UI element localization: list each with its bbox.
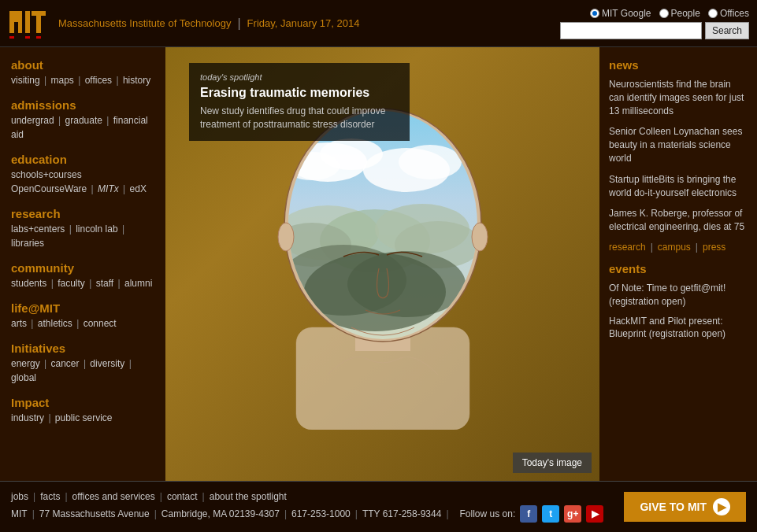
footer-link-offices[interactable]: offices and services	[72, 491, 155, 502]
nav-impact-links: industry | public service	[11, 411, 154, 425]
nav-community: community students | faculty | staff | a…	[11, 261, 154, 290]
nav-link-students[interactable]: students	[11, 278, 46, 289]
svg-rect-3	[18, 11, 22, 33]
site-footer: jobs | facts | offices and services | co…	[0, 481, 757, 532]
nav-initiatives: Initiatives energy | cancer | diversity …	[11, 342, 154, 385]
news-sub-links: research | campus | press	[609, 242, 748, 253]
nav-initiatives-title[interactable]: Initiatives	[11, 342, 154, 355]
nav-link-cancer[interactable]: cancer	[51, 358, 80, 369]
nav-link-energy[interactable]: energy	[11, 358, 40, 369]
nav-link-offices[interactable]: offices	[85, 75, 112, 86]
give-to-mit-button[interactable]: GIVE TO MIT ▶	[624, 492, 746, 522]
search-input[interactable]	[560, 22, 702, 39]
nav-initiatives-links: energy | cancer | diversity | global	[11, 357, 154, 385]
todays-image-button[interactable]: Today's image	[513, 453, 592, 473]
nav-education: education schools+courses OpenCourseWare…	[11, 153, 154, 196]
right-sidebar: news Neuroscientists find the brain can …	[599, 47, 757, 481]
news-link-research[interactable]: research	[609, 242, 646, 253]
nav-link-lincoln-lab[interactable]: lincoln lab	[76, 224, 117, 235]
nav-link-graduate[interactable]: graduate	[65, 115, 102, 126]
mit-logo[interactable]	[8, 8, 49, 39]
nav-about: about visiting | maps | offices | histor…	[11, 58, 154, 87]
news-item-1[interactable]: Neuroscientists find the brain can ident…	[609, 78, 748, 117]
nav-impact-title[interactable]: Impact	[11, 396, 154, 409]
nav-research-title[interactable]: research	[11, 207, 154, 220]
give-button-label: GIVE TO MIT	[640, 501, 707, 513]
nav-life: life@MIT arts | athletics | connect	[11, 301, 154, 331]
svg-rect-6	[36, 16, 41, 33]
facebook-icon[interactable]: f	[520, 505, 537, 523]
give-arrow-icon: ▶	[713, 498, 730, 515]
nav-link-global[interactable]: global	[11, 372, 36, 383]
radio-mit-google[interactable]: MIT Google	[590, 8, 651, 19]
radio-offices[interactable]: Offices	[708, 8, 749, 19]
footer-address: 77 Massachusetts Avenue	[39, 508, 150, 519]
nav-link-schools-courses[interactable]: schools+courses	[11, 169, 82, 180]
footer-mit: MIT	[11, 508, 28, 519]
nav-link-faculty[interactable]: faculty	[58, 278, 85, 289]
spotlight-box[interactable]: today's spotlight Erasing traumatic memo…	[189, 63, 410, 141]
nav-link-edx[interactable]: edX	[130, 183, 147, 194]
nav-link-public-service[interactable]: public service	[55, 412, 113, 423]
nav-link-alumni[interactable]: alumni	[124, 278, 152, 289]
footer-link-contact[interactable]: contact	[167, 491, 198, 502]
nav-link-industry[interactable]: industry	[11, 412, 44, 423]
event-item-1[interactable]: Of Note: Time to getfit@mit! (registrati…	[609, 282, 748, 308]
nav-link-diversity[interactable]: diversity	[90, 358, 124, 369]
radio-people[interactable]: People	[659, 8, 700, 19]
head-svg	[249, 99, 517, 430]
nav-link-staff[interactable]: staff	[96, 278, 113, 289]
footer-link-jobs[interactable]: jobs	[11, 491, 28, 502]
nav-link-ocw[interactable]: OpenCourseWare	[11, 183, 87, 194]
nav-admissions: admissions undergrad | graduate | financ…	[11, 98, 154, 142]
footer-link-facts[interactable]: facts	[40, 491, 60, 502]
follow-us-area: Follow us on: f t g+ ▶	[460, 505, 604, 523]
nav-life-title[interactable]: life@MIT	[11, 301, 154, 315]
event-item-2[interactable]: HackMIT and Pilot present: Blueprint (re…	[609, 315, 748, 342]
nav-community-title[interactable]: community	[11, 261, 154, 275]
news-link-campus[interactable]: campus	[658, 242, 691, 253]
nav-link-undergrad[interactable]: undergrad	[11, 115, 54, 126]
nav-link-visiting[interactable]: visiting	[11, 75, 40, 86]
site-title: Massachusetts Institute of Technology	[58, 17, 231, 29]
nav-link-history[interactable]: history	[123, 75, 150, 86]
news-item-2[interactable]: Senior Colleen Loynachan sees beauty in …	[609, 125, 748, 164]
footer-link-spotlight[interactable]: about the spotlight	[210, 491, 287, 502]
nav-link-connect[interactable]: connect	[83, 318, 117, 329]
radio-dot-mit-google	[590, 9, 599, 18]
nav-link-libraries[interactable]: libraries	[11, 238, 44, 249]
hero-image: today's spotlight Erasing traumatic memo…	[165, 47, 599, 481]
youtube-icon[interactable]: ▶	[586, 505, 603, 523]
nav-education-title[interactable]: education	[11, 153, 154, 166]
nav-link-maps[interactable]: maps	[51, 75, 74, 86]
nav-admissions-title[interactable]: admissions	[11, 98, 154, 112]
svg-rect-4	[25, 11, 30, 33]
svg-point-31	[472, 223, 488, 251]
search-radio-group: MIT Google People Offices	[590, 8, 749, 19]
nav-research-links: labs+centers | lincoln lab | libraries	[11, 222, 154, 250]
radio-dot-people	[659, 9, 669, 18]
nav-about-title[interactable]: about	[11, 58, 154, 72]
svg-rect-5	[32, 11, 46, 16]
nav-link-labs-centers[interactable]: labs+centers	[11, 224, 65, 235]
news-item-3[interactable]: Startup littleBits is bringing the world…	[609, 173, 748, 200]
search-area: MIT Google People Offices Search	[560, 8, 749, 39]
twitter-icon[interactable]: t	[542, 505, 559, 523]
svg-rect-8	[25, 36, 30, 39]
svg-rect-2	[14, 11, 18, 22]
nav-education-links: schools+courses OpenCourseWare | MITx | …	[11, 168, 154, 196]
nav-link-mitx[interactable]: MITx	[98, 183, 119, 194]
hero-area: today's spotlight Erasing traumatic memo…	[165, 47, 599, 481]
news-link-press[interactable]: press	[703, 242, 725, 253]
svg-point-18	[284, 152, 340, 180]
google-plus-icon[interactable]: g+	[564, 505, 581, 523]
head-illustration	[249, 99, 517, 430]
left-sidebar: about visiting | maps | offices | histor…	[0, 47, 165, 481]
radio-dot-offices	[708, 9, 718, 18]
svg-point-30	[278, 223, 294, 251]
nav-link-arts[interactable]: arts	[11, 318, 27, 329]
search-button[interactable]: Search	[705, 22, 749, 39]
news-item-4[interactable]: James K. Roberge, professor of electrica…	[609, 207, 748, 234]
nav-link-athletics[interactable]: athletics	[38, 318, 72, 329]
footer-city: Cambridge, MA 02139-4307	[161, 508, 280, 519]
